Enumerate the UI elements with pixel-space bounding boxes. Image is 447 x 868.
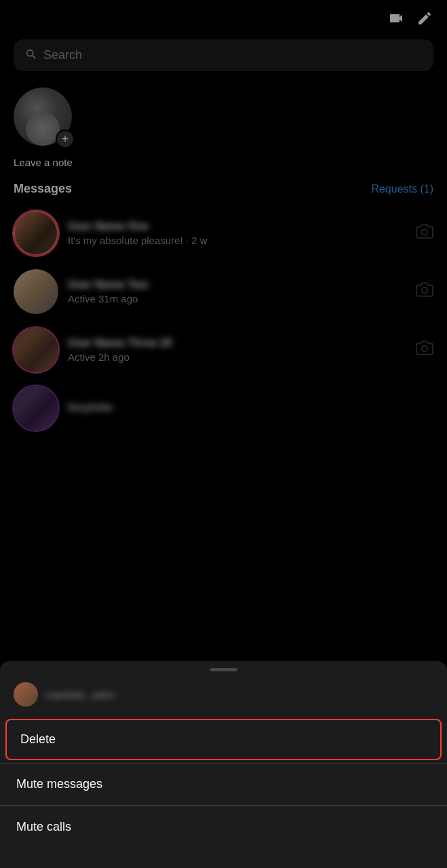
bottom-sheet-items-group: Mute messages Mute calls (0, 763, 447, 848)
bottom-sheet-user-info: manistie...selm (0, 675, 447, 716)
delete-button[interactable]: Delete (5, 719, 442, 760)
bs-avatar (14, 682, 38, 707)
handle-bar (210, 668, 237, 671)
bottom-sheet-handle (0, 661, 447, 675)
mute-calls-button[interactable]: Mute calls (0, 806, 447, 848)
mute-messages-button[interactable]: Mute messages (0, 764, 447, 806)
bs-username: manistie...selm (46, 689, 114, 701)
bottom-sheet: manistie...selm Delete Mute messages Mut… (0, 661, 447, 868)
